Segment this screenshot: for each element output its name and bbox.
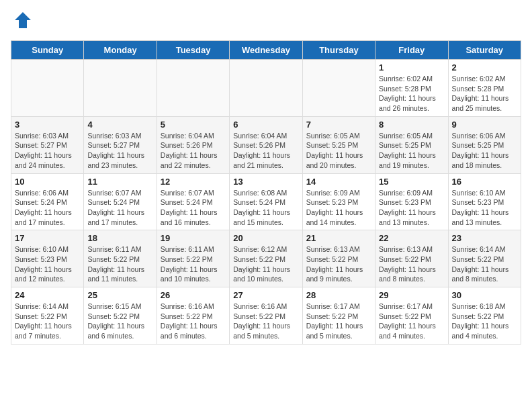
- day-info: Sunrise: 6:11 AM Sunset: 5:22 PM Dayligh…: [161, 244, 226, 284]
- calendar-cell: [302, 60, 375, 117]
- day-info: Sunrise: 6:02 AM Sunset: 5:28 PM Dayligh…: [452, 74, 517, 113]
- day-number: 27: [233, 290, 298, 300]
- calendar-cell: 12Sunrise: 6:07 AM Sunset: 5:24 PM Dayli…: [157, 173, 229, 230]
- calendar-cell: [11, 60, 84, 117]
- day-info: Sunrise: 6:03 AM Sunset: 5:27 PM Dayligh…: [87, 131, 152, 171]
- day-info: Sunrise: 6:17 AM Sunset: 5:22 PM Dayligh…: [379, 302, 444, 341]
- day-info: Sunrise: 6:08 AM Sunset: 5:24 PM Dayligh…: [233, 188, 298, 228]
- calendar-cell: 16Sunrise: 6:10 AM Sunset: 5:23 PM Dayli…: [448, 173, 521, 230]
- day-number: 25: [87, 290, 152, 300]
- calendar-cell: [157, 60, 229, 117]
- day-info: Sunrise: 6:09 AM Sunset: 5:23 PM Dayligh…: [306, 188, 371, 228]
- calendar-cell: 30Sunrise: 6:18 AM Sunset: 5:22 PM Dayli…: [448, 287, 521, 345]
- day-info: Sunrise: 6:13 AM Sunset: 5:22 PM Dayligh…: [379, 244, 444, 284]
- calendar-cell: 15Sunrise: 6:09 AM Sunset: 5:23 PM Dayli…: [375, 173, 448, 230]
- day-info: Sunrise: 6:10 AM Sunset: 5:23 PM Dayligh…: [452, 188, 517, 228]
- calendar-cell: 29Sunrise: 6:17 AM Sunset: 5:22 PM Dayli…: [375, 287, 448, 345]
- calendar-cell: 17Sunrise: 6:10 AM Sunset: 5:23 PM Dayli…: [11, 230, 84, 287]
- page: SundayMondayTuesdayWednesdayThursdayFrid…: [0, 0, 532, 355]
- day-info: Sunrise: 6:02 AM Sunset: 5:28 PM Dayligh…: [379, 74, 444, 113]
- calendar-cell: 21Sunrise: 6:13 AM Sunset: 5:22 PM Dayli…: [302, 230, 375, 287]
- day-info: Sunrise: 6:03 AM Sunset: 5:27 PM Dayligh…: [15, 131, 80, 171]
- day-info: Sunrise: 6:07 AM Sunset: 5:24 PM Dayligh…: [87, 188, 152, 228]
- day-number: 22: [379, 233, 444, 243]
- calendar-header-row: SundayMondayTuesdayWednesdayThursdayFrid…: [11, 41, 521, 60]
- day-info: Sunrise: 6:04 AM Sunset: 5:26 PM Dayligh…: [161, 131, 226, 171]
- day-number: 7: [306, 120, 371, 130]
- svg-marker-0: [15, 12, 31, 28]
- header: [11, 11, 521, 32]
- calendar-cell: 11Sunrise: 6:07 AM Sunset: 5:24 PM Dayli…: [84, 173, 157, 230]
- day-info: Sunrise: 6:16 AM Sunset: 5:22 PM Dayligh…: [161, 302, 226, 341]
- calendar-cell: 6Sunrise: 6:04 AM Sunset: 5:26 PM Daylig…: [230, 116, 302, 173]
- day-number: 3: [15, 120, 80, 130]
- calendar-week-2: 3Sunrise: 6:03 AM Sunset: 5:27 PM Daylig…: [11, 116, 521, 173]
- calendar-cell: [230, 60, 302, 117]
- day-info: Sunrise: 6:07 AM Sunset: 5:24 PM Dayligh…: [161, 188, 226, 228]
- calendar-table: SundayMondayTuesdayWednesdayThursdayFrid…: [11, 40, 521, 345]
- day-number: 14: [306, 177, 371, 187]
- calendar-cell: 27Sunrise: 6:16 AM Sunset: 5:22 PM Dayli…: [230, 287, 302, 345]
- calendar-cell: 25Sunrise: 6:15 AM Sunset: 5:22 PM Dayli…: [84, 287, 157, 345]
- day-info: Sunrise: 6:16 AM Sunset: 5:22 PM Dayligh…: [233, 302, 298, 341]
- day-number: 20: [233, 233, 298, 243]
- day-number: 16: [452, 177, 517, 187]
- day-info: Sunrise: 6:14 AM Sunset: 5:22 PM Dayligh…: [15, 302, 80, 341]
- calendar-cell: [84, 60, 157, 117]
- day-number: 29: [379, 290, 444, 300]
- day-number: 1: [379, 62, 444, 73]
- day-number: 11: [87, 177, 152, 187]
- day-number: 18: [87, 233, 152, 243]
- day-info: Sunrise: 6:17 AM Sunset: 5:22 PM Dayligh…: [306, 302, 371, 341]
- calendar-week-4: 17Sunrise: 6:10 AM Sunset: 5:23 PM Dayli…: [11, 230, 521, 287]
- col-header-wednesday: Wednesday: [230, 41, 302, 60]
- calendar-cell: 9Sunrise: 6:06 AM Sunset: 5:25 PM Daylig…: [448, 116, 521, 173]
- day-info: Sunrise: 6:14 AM Sunset: 5:22 PM Dayligh…: [452, 244, 517, 284]
- col-header-tuesday: Tuesday: [157, 41, 229, 60]
- day-info: Sunrise: 6:11 AM Sunset: 5:22 PM Dayligh…: [87, 244, 152, 284]
- day-info: Sunrise: 6:15 AM Sunset: 5:22 PM Dayligh…: [87, 302, 152, 341]
- calendar-cell: 5Sunrise: 6:04 AM Sunset: 5:26 PM Daylig…: [157, 116, 229, 173]
- day-number: 5: [161, 120, 226, 130]
- calendar-week-3: 10Sunrise: 6:06 AM Sunset: 5:24 PM Dayli…: [11, 173, 521, 230]
- day-info: Sunrise: 6:06 AM Sunset: 5:24 PM Dayligh…: [15, 188, 80, 228]
- day-number: 23: [452, 233, 517, 243]
- calendar-cell: 20Sunrise: 6:12 AM Sunset: 5:22 PM Dayli…: [230, 230, 302, 287]
- calendar-cell: 26Sunrise: 6:16 AM Sunset: 5:22 PM Dayli…: [157, 287, 229, 345]
- col-header-saturday: Saturday: [448, 41, 521, 60]
- day-number: 9: [452, 120, 517, 130]
- day-number: 2: [452, 62, 517, 73]
- col-header-monday: Monday: [84, 41, 157, 60]
- col-header-thursday: Thursday: [302, 41, 375, 60]
- calendar-cell: 19Sunrise: 6:11 AM Sunset: 5:22 PM Dayli…: [157, 230, 229, 287]
- calendar-cell: 7Sunrise: 6:05 AM Sunset: 5:25 PM Daylig…: [302, 116, 375, 173]
- day-number: 8: [379, 120, 444, 130]
- day-number: 21: [306, 233, 371, 243]
- day-info: Sunrise: 6:06 AM Sunset: 5:25 PM Dayligh…: [452, 131, 517, 171]
- day-info: Sunrise: 6:09 AM Sunset: 5:23 PM Dayligh…: [379, 188, 444, 228]
- calendar-cell: 14Sunrise: 6:09 AM Sunset: 5:23 PM Dayli…: [302, 173, 375, 230]
- calendar-cell: 10Sunrise: 6:06 AM Sunset: 5:24 PM Dayli…: [11, 173, 84, 230]
- calendar-week-5: 24Sunrise: 6:14 AM Sunset: 5:22 PM Dayli…: [11, 287, 521, 345]
- day-number: 13: [233, 177, 298, 187]
- day-number: 26: [161, 290, 226, 300]
- logo-icon: [13, 11, 32, 32]
- calendar-cell: 8Sunrise: 6:05 AM Sunset: 5:25 PM Daylig…: [375, 116, 448, 173]
- day-number: 10: [15, 177, 80, 187]
- day-info: Sunrise: 6:04 AM Sunset: 5:26 PM Dayligh…: [233, 131, 298, 171]
- day-number: 24: [15, 290, 80, 300]
- day-number: 15: [379, 177, 444, 187]
- day-number: 19: [161, 233, 226, 243]
- calendar-cell: 4Sunrise: 6:03 AM Sunset: 5:27 PM Daylig…: [84, 116, 157, 173]
- day-info: Sunrise: 6:05 AM Sunset: 5:25 PM Dayligh…: [379, 131, 444, 171]
- calendar-cell: 1Sunrise: 6:02 AM Sunset: 5:28 PM Daylig…: [375, 60, 448, 117]
- calendar-cell: 23Sunrise: 6:14 AM Sunset: 5:22 PM Dayli…: [448, 230, 521, 287]
- day-info: Sunrise: 6:12 AM Sunset: 5:22 PM Dayligh…: [233, 244, 298, 284]
- day-number: 28: [306, 290, 371, 300]
- calendar-week-1: 1Sunrise: 6:02 AM Sunset: 5:28 PM Daylig…: [11, 60, 521, 117]
- calendar-cell: 3Sunrise: 6:03 AM Sunset: 5:27 PM Daylig…: [11, 116, 84, 173]
- col-header-friday: Friday: [375, 41, 448, 60]
- day-info: Sunrise: 6:13 AM Sunset: 5:22 PM Dayligh…: [306, 244, 371, 284]
- day-info: Sunrise: 6:05 AM Sunset: 5:25 PM Dayligh…: [306, 131, 371, 171]
- calendar-cell: 24Sunrise: 6:14 AM Sunset: 5:22 PM Dayli…: [11, 287, 84, 345]
